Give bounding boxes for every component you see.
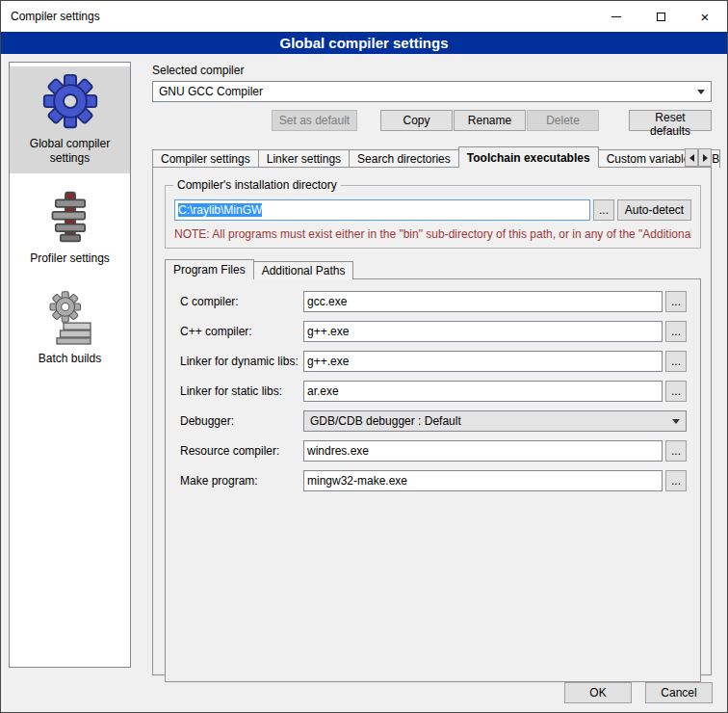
selected-compiler-dropdown[interactable]: GNU GCC Compiler: [152, 81, 712, 102]
tab-linker-settings[interactable]: Linker settings: [258, 149, 350, 168]
close-icon: ×: [701, 10, 710, 24]
program-files-tab-strip: Program Files Additional Paths: [165, 259, 701, 279]
resource-compiler-input[interactable]: windres.exe: [303, 440, 663, 462]
field-row-resource-compiler: Resource compiler: windres.exe ...: [180, 440, 687, 462]
tab-scroll-left-button[interactable]: [685, 148, 698, 167]
selected-compiler-label: Selected compiler: [152, 64, 712, 77]
chevron-down-icon: [697, 90, 705, 94]
installation-directory-row: C:\raylib\MinGW ... Auto-detect: [174, 199, 691, 221]
field-label: Make program:: [180, 474, 303, 488]
tab-compiler-settings[interactable]: Compiler settings: [152, 149, 259, 168]
profiler-icon: [44, 189, 96, 245]
sidebar-item-batch-builds[interactable]: Batch builds: [10, 283, 130, 374]
settings-tab-strip: Compiler settings Linker settings Search…: [152, 146, 712, 168]
settings-category-list: Global compiler settings Profiler settin…: [9, 62, 131, 668]
browse-button[interactable]: ...: [665, 470, 687, 491]
arrow-left-icon: [689, 154, 694, 162]
sidebar-item-label: Profiler settings: [13, 251, 127, 266]
sidebar-item-global-compiler-settings[interactable]: Global compiler settings: [10, 66, 130, 173]
c-compiler-input[interactable]: gcc.exe: [303, 291, 663, 312]
static-linker-value: ar.exe: [307, 384, 339, 398]
resource-compiler-value: windres.exe: [307, 444, 369, 458]
installation-directory-input[interactable]: C:\raylib\MinGW: [174, 199, 590, 221]
tab-scroll-buttons: [685, 148, 712, 167]
make-program-value: mingw32-make.exe: [307, 474, 407, 488]
dynamic-linker-value: g++.exe: [307, 355, 349, 368]
set-as-default-button[interactable]: Set as default: [272, 110, 357, 131]
dialog-footer: OK Cancel: [564, 682, 713, 703]
make-program-input[interactable]: mingw32-make.exe: [303, 470, 663, 491]
installation-directory-browse-button[interactable]: ...: [593, 199, 614, 221]
sidebar-item-profiler-settings[interactable]: Profiler settings: [10, 183, 130, 274]
browse-button[interactable]: ...: [665, 381, 687, 402]
minimize-button[interactable]: [594, 1, 638, 32]
field-label: Linker for static libs:: [180, 384, 303, 398]
compiler-settings-window: Compiler settings × Global compiler sett…: [0, 0, 728, 713]
static-linker-input[interactable]: ar.exe: [303, 381, 663, 402]
field-row-cpp-compiler: C++ compiler: g++.exe ...: [180, 321, 687, 342]
tab-search-directories[interactable]: Search directories: [349, 149, 459, 168]
batch-builds-icon: [43, 289, 97, 345]
subtab-program-files[interactable]: Program Files: [165, 259, 254, 279]
subtab-additional-paths[interactable]: Additional Paths: [253, 261, 354, 279]
reset-defaults-button[interactable]: Reset defaults: [629, 110, 712, 131]
field-row-static-linker: Linker for static libs: ar.exe ...: [180, 381, 687, 402]
sidebar-item-label: Global compiler settings: [13, 137, 127, 166]
minimize-icon: [611, 16, 621, 17]
field-row-debugger: Debugger: GDB/CDB debugger : Default: [180, 410, 687, 432]
installation-directory-group: Compiler's installation directory C:\ray…: [165, 185, 701, 249]
field-row-dynamic-linker: Linker for dynamic libs: g++.exe ...: [180, 351, 687, 372]
program-files-panel: C compiler: gcc.exe ... C++ compiler: g+…: [165, 278, 701, 682]
window-controls: ×: [594, 1, 727, 32]
installation-directory-value: C:\raylib\MinGW: [178, 203, 262, 217]
cpp-compiler-value: g++.exe: [307, 325, 349, 338]
copy-button[interactable]: Copy: [380, 110, 453, 131]
maximize-icon: [657, 13, 665, 21]
auto-detect-button[interactable]: Auto-detect: [617, 199, 691, 221]
field-row-c-compiler: C compiler: gcc.exe ...: [180, 291, 687, 312]
field-label: Resource compiler:: [180, 444, 303, 458]
ok-button[interactable]: OK: [564, 682, 632, 703]
field-label: Linker for dynamic libs:: [180, 355, 303, 368]
cpp-compiler-input[interactable]: g++.exe: [303, 321, 663, 342]
window-title: Compiler settings: [1, 10, 100, 23]
dynamic-linker-input[interactable]: g++.exe: [303, 351, 663, 372]
installation-directory-group-label: Compiler's installation directory: [173, 178, 341, 192]
maximize-button[interactable]: [638, 1, 683, 32]
cancel-button[interactable]: Cancel: [645, 682, 713, 703]
field-label: C++ compiler:: [180, 325, 303, 338]
gear-icon: [41, 72, 99, 130]
browse-button[interactable]: ...: [665, 351, 687, 372]
arrow-right-icon: [703, 154, 708, 162]
dialog-header: Global compiler settings: [1, 32, 727, 54]
delete-button[interactable]: Delete: [527, 110, 599, 131]
chevron-down-icon: [672, 419, 680, 424]
field-label: Debugger:: [180, 414, 303, 428]
bin-subdirectory-note: NOTE: All programs must exist either in …: [174, 227, 691, 241]
tab-toolchain-executables[interactable]: Toolchain executables: [458, 146, 599, 168]
dialog-header-title: Global compiler settings: [279, 35, 448, 51]
selected-compiler-value: GNU GCC Compiler: [159, 85, 263, 98]
rename-button[interactable]: Rename: [454, 110, 526, 131]
browse-button[interactable]: ...: [665, 440, 687, 462]
toolchain-executables-panel: Compiler's installation directory C:\ray…: [152, 167, 712, 675]
compiler-actions-row: Set as default Copy Rename Delete Reset …: [152, 110, 712, 131]
tab-scroll-right-button[interactable]: [698, 148, 712, 167]
sidebar-item-label: Batch builds: [13, 352, 127, 366]
debugger-value: GDB/CDB debugger : Default: [310, 414, 461, 428]
field-label: C compiler:: [180, 295, 303, 308]
main-panel: Selected compiler GNU GCC Compiler Set a…: [141, 54, 721, 673]
close-button[interactable]: ×: [683, 1, 727, 32]
browse-button[interactable]: ...: [665, 291, 687, 312]
c-compiler-value: gcc.exe: [307, 295, 347, 308]
title-bar: Compiler settings ×: [1, 1, 727, 32]
field-row-make-program: Make program: mingw32-make.exe ...: [180, 470, 687, 491]
debugger-select[interactable]: GDB/CDB debugger : Default: [303, 410, 687, 432]
browse-button[interactable]: ...: [665, 321, 687, 342]
